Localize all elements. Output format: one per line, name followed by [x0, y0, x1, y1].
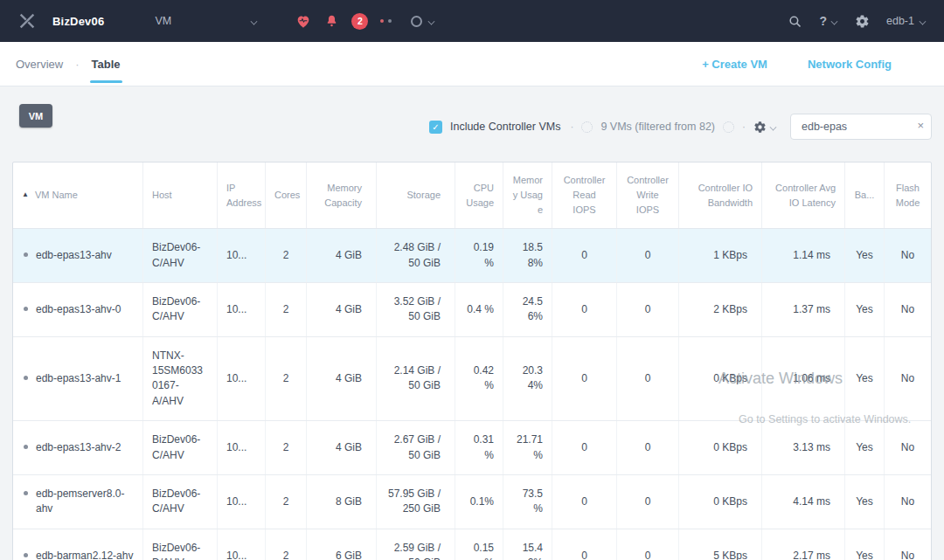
- vm-table: ▲ VM Name Host IP Address Cores Memory C…: [12, 162, 932, 560]
- memory-capacity-cell: 6 GiB: [307, 529, 377, 560]
- column-header-storage[interactable]: Storage: [377, 162, 455, 228]
- cores-cell: 2: [266, 337, 307, 421]
- sort-ascending-icon: ▲: [22, 190, 29, 200]
- status-circle-icon: [723, 121, 734, 133]
- memory-usage-cell: 15.42%: [503, 529, 552, 560]
- memory-usage-cell: 20.34%: [503, 337, 552, 421]
- controller-io-bandwidth-cell: 2 KBps: [679, 283, 762, 336]
- vm-entity-button[interactable]: VM: [19, 104, 52, 128]
- controller-write-iops-cell: 0: [617, 529, 679, 560]
- tab-overview[interactable]: Overview: [16, 42, 63, 86]
- table-row[interactable]: edb-epas13-ahv-2 BizDev06-C/AHV 10... 2 …: [13, 421, 931, 475]
- controller-read-iops-cell: 0: [552, 283, 617, 336]
- host-cell: BizDev06-C/AHV: [143, 283, 218, 336]
- cores-cell: 2: [266, 529, 307, 560]
- vm-name: edb-epas13-ahv: [36, 248, 112, 263]
- storage-cell: 2.59 GiB / 50 GiB: [377, 529, 455, 560]
- host-cell: BizDev06-C/AHV: [143, 229, 218, 282]
- controller-io-bandwidth-cell: 0 KBps: [679, 421, 762, 474]
- vm-name: edb-epas13-ahv-1: [36, 371, 121, 386]
- nutanix-logo-icon[interactable]: [17, 11, 37, 31]
- chevron-down-icon: [428, 17, 435, 24]
- chevron-down-icon: [831, 17, 838, 24]
- column-header-cpu-usage[interactable]: CPU Usage: [455, 162, 503, 228]
- table-body: edb-epas13-ahv BizDev06-C/AHV 10... 2 4 …: [13, 229, 931, 560]
- flash-mode-cell: No: [885, 421, 931, 474]
- column-header-cores[interactable]: Cores: [266, 162, 307, 228]
- controller-read-iops-cell: 0: [552, 337, 617, 421]
- include-controller-vms-checkbox[interactable]: ✓: [429, 121, 442, 134]
- controller-avg-io-latency-cell: 2.17 ms: [762, 529, 845, 560]
- separator-dot: ·: [742, 121, 746, 133]
- table-row[interactable]: edb-epas13-ahv BizDev06-C/AHV 10... 2 4 …: [13, 229, 931, 283]
- column-header-ip-address[interactable]: IP Address: [218, 162, 266, 228]
- controller-io-bandwidth-cell: 0 KBps: [679, 475, 762, 529]
- table-row[interactable]: edb-barman2.12-ahv BizDev06-D/AHV 10... …: [13, 529, 931, 560]
- help-menu-dropdown[interactable]: ?: [819, 14, 838, 28]
- column-header-backup[interactable]: Ba...: [845, 162, 885, 228]
- memory-capacity-cell: 8 GiB: [307, 475, 377, 529]
- clear-search-icon[interactable]: ×: [917, 119, 924, 132]
- column-header-memory-usage[interactable]: Memory Usage: [503, 162, 552, 228]
- controller-write-iops-cell: 0: [617, 337, 679, 421]
- memory-usage-cell: 24.56%: [503, 283, 552, 336]
- vm-name-cell: edb-epas13-ahv-2: [13, 421, 143, 474]
- cores-cell: 2: [266, 283, 307, 336]
- cpu-usage-cell: 0.42 %: [455, 337, 503, 421]
- column-header-vm-name[interactable]: ▲ VM Name: [13, 162, 143, 228]
- user-menu-label: edb-1: [886, 15, 914, 27]
- tasks-menu-dropdown[interactable]: [411, 16, 435, 27]
- navbar: BizDev06 VM 2: [0, 0, 944, 42]
- user-menu-dropdown[interactable]: edb-1: [886, 15, 927, 27]
- settings-gear-icon[interactable]: [855, 14, 870, 29]
- flash-mode-cell: No: [885, 229, 931, 282]
- controller-write-iops-cell: 0: [617, 229, 679, 282]
- table-settings-dropdown[interactable]: [753, 121, 777, 134]
- column-header-label: VM Name: [35, 188, 78, 203]
- network-config-button[interactable]: Network Config: [808, 58, 892, 71]
- cores-cell: 2: [266, 421, 307, 474]
- create-vm-button[interactable]: + Create VM: [702, 58, 767, 71]
- status-circle-icon: [581, 121, 593, 133]
- table-row[interactable]: edb-pemserver8.0-ahv BizDev06-C/AHV 10..…: [13, 475, 931, 529]
- column-header-host[interactable]: Host: [143, 162, 218, 228]
- table-row[interactable]: edb-epas13-ahv-1 NTNX-15SM60330167-A/AHV…: [13, 337, 931, 422]
- column-header-memory-capacity[interactable]: Memory Capacity: [307, 162, 377, 228]
- vm-search-input[interactable]: [790, 114, 932, 140]
- controller-io-bandwidth-cell: 5 KBps: [679, 529, 762, 560]
- memory-usage-cell: 21.71 %: [503, 421, 552, 474]
- controller-read-iops-cell: 0: [552, 421, 617, 474]
- ip-address-cell: 10...: [218, 229, 266, 282]
- controller-write-iops-cell: 0: [617, 283, 679, 336]
- column-header-controller-avg-io-latency[interactable]: Controller Avg IO Latency: [762, 162, 845, 228]
- tab-separator: ·: [75, 58, 79, 71]
- alert-count-badge[interactable]: 2: [351, 13, 368, 30]
- include-controller-vms-label[interactable]: Include Controller VMs: [450, 121, 560, 133]
- table-header-row: ▲ VM Name Host IP Address Cores Memory C…: [13, 162, 931, 229]
- controller-read-iops-cell: 0: [552, 475, 617, 529]
- table-row[interactable]: edb-epas13-ahv-0 BizDev06-C/AHV 10... 2 …: [13, 283, 931, 337]
- column-header-flash-mode[interactable]: Flash Mode: [885, 162, 931, 228]
- alerts-bell-icon[interactable]: [324, 13, 339, 29]
- controller-write-iops-cell: 0: [617, 475, 679, 529]
- health-heart-icon[interactable]: [295, 13, 312, 30]
- backup-cell: Yes: [845, 529, 885, 560]
- vm-name: edb-pemserver8.0-ahv: [36, 487, 134, 517]
- memory-usage-cell: 73.5 %: [503, 475, 552, 529]
- column-header-controller-io-bandwidth[interactable]: Controller IO Bandwidth: [679, 162, 762, 228]
- tab-table[interactable]: Table: [92, 42, 121, 86]
- vm-name: edb-epas13-ahv-0: [36, 302, 121, 317]
- power-state-icon: [24, 445, 28, 449]
- vm-name-cell: edb-epas13-ahv-0: [13, 283, 143, 336]
- search-icon[interactable]: [788, 14, 802, 29]
- chevron-down-icon: [251, 17, 258, 24]
- controller-read-iops-cell: 0: [552, 529, 617, 560]
- column-header-controller-write-iops[interactable]: Controller Write IOPS: [617, 162, 679, 228]
- entity-menu-dropdown[interactable]: VM: [155, 15, 258, 27]
- storage-cell: 2.67 GiB / 50 GiB: [377, 421, 455, 474]
- storage-cell: 2.48 GiB / 50 GiB: [377, 229, 455, 282]
- column-header-controller-read-iops[interactable]: Controller Read IOPS: [552, 162, 617, 228]
- cores-cell: 2: [266, 229, 307, 282]
- cluster-name[interactable]: BizDev06: [52, 15, 104, 28]
- flash-mode-cell: No: [885, 283, 931, 336]
